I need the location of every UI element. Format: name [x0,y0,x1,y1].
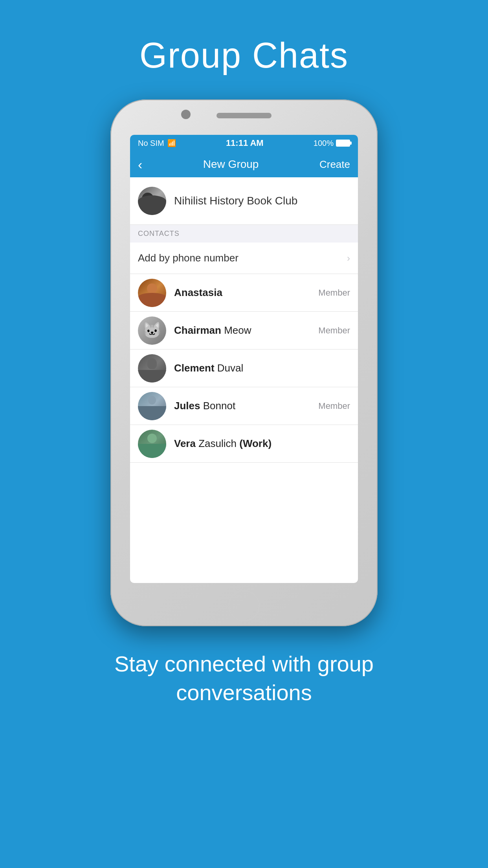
contact-info-vera: Vera Zasulich (Work) [174,438,350,450]
status-left: No SIM 📶 [138,139,176,148]
contact-name-chairman: Chairman Meow [174,324,251,336]
carrier-label: No SIM [138,139,164,148]
contact-first-chairman: Chairman [174,324,221,336]
chevron-right-icon: › [347,253,350,264]
contact-name-anastasia: Anastasia [174,287,222,298]
contact-first-clement: Clement [174,362,215,374]
contact-first-vera: Vera [174,438,196,449]
avatar-anastasia-img [138,279,166,307]
phone-shell: No SIM 📶 11:11 AM 100% ‹ New Group Creat… [110,99,378,626]
contact-name-vera: Vera Zasulich (Work) [174,438,272,449]
contact-info-jules: Jules Bonnot [174,400,318,412]
add-phone-label: Add by phone number [138,252,238,264]
avatar-chairman-img [138,316,166,345]
contact-last-clement: Duval [215,362,244,374]
phone-screen: No SIM 📶 11:11 AM 100% ‹ New Group Creat… [130,135,358,583]
status-bar: No SIM 📶 11:11 AM 100% [130,135,358,151]
avatar-jules-img [138,392,166,420]
contact-row[interactable]: Vera Zasulich (Work) [130,425,358,463]
avatar-chairman [138,316,166,345]
group-header: Nihilist History Book Club [130,177,358,225]
avatar-jules [138,392,166,420]
group-avatar-img [138,187,166,215]
contact-status-chairman: Member [318,326,350,336]
page-tagline: Stay connected with group conversations [67,650,421,707]
contact-first-jules: Jules [174,400,200,412]
contact-info-clement: Clement Duval [174,362,350,374]
contact-name-jules: Jules Bonnot [174,400,235,412]
battery-label: 100% [314,139,334,148]
contact-first-anastasia: Anastasia [174,287,222,298]
phone-home-button[interactable] [228,590,260,622]
battery-icon [336,140,350,147]
group-avatar[interactable] [138,187,166,215]
contact-row[interactable]: Chairman Meow Member [130,312,358,349]
contact-status-anastasia: Member [318,288,350,298]
nav-title: New Group [203,158,259,171]
contact-last-vera: Zasulich (Work) [196,438,272,449]
back-button[interactable]: ‹ [138,157,142,172]
avatar-vera-img [138,430,166,458]
contact-info-chairman: Chairman Meow [174,324,318,337]
avatar-anastasia [138,279,166,307]
avatar-clement [138,354,166,383]
avatar-clement-img [138,354,166,383]
phone-top [110,99,378,135]
contact-last-jules: Bonnot [200,400,236,412]
avatar-vera [138,430,166,458]
contact-row[interactable]: Clement Duval [130,349,358,387]
contact-last-chairman: Meow [221,324,251,336]
status-right: 100% [314,139,350,148]
contact-status-jules: Member [318,401,350,411]
status-time: 11:11 AM [226,138,264,148]
group-name: Nihilist History Book Club [174,195,297,207]
contact-info-anastasia: Anastasia [174,287,318,299]
contact-row[interactable]: Anastasia Member [130,274,358,312]
phone-speaker [216,113,272,118]
contact-row[interactable]: Jules Bonnot Member [130,387,358,425]
page-title: Group Chats [139,35,349,76]
wifi-icon: 📶 [167,139,176,147]
contact-name-clement: Clement Duval [174,362,243,374]
contacts-section-header: CONTACTS [130,225,358,243]
phone-camera [181,110,191,119]
battery-fill [337,140,349,146]
create-button[interactable]: Create [319,158,350,171]
add-phone-row[interactable]: Add by phone number › [130,243,358,274]
nav-bar: ‹ New Group Create [130,151,358,177]
